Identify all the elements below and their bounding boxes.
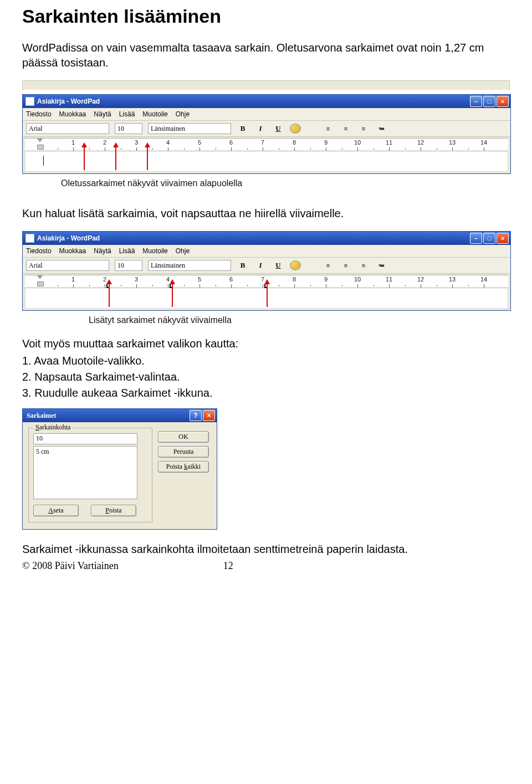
- font-size-select[interactable]: [115, 123, 142, 134]
- bold-button[interactable]: B: [237, 123, 249, 134]
- align-left-button[interactable]: ≡: [322, 123, 334, 134]
- tab-position-input[interactable]: [33, 433, 137, 444]
- ruler-number: 1: [71, 139, 75, 146]
- underline-button[interactable]: U: [272, 123, 284, 134]
- tab-position-group-label: SSarkainkohtaarkainkohta: [33, 423, 73, 432]
- wordpad-window-added-tabs: Asiakirja - WordPad – □ × Tiedosto Muokk…: [22, 231, 511, 311]
- menu-muokkaa[interactable]: Muokkaa: [59, 110, 86, 118]
- menu-tiedosto[interactable]: Tiedosto: [26, 110, 52, 118]
- align-right-button[interactable]: ≡: [357, 260, 370, 271]
- ruler-number: 2: [103, 139, 106, 146]
- font-script-select[interactable]: [148, 260, 231, 271]
- caption-default-tabs: Oletussarkaimet näkyvät viivaimen alapuo…: [61, 178, 510, 188]
- wordpad-titlebar: Asiakirja - WordPad – □ ×: [23, 95, 510, 108]
- ruler-number: 13: [449, 276, 456, 283]
- callout-arrow-icon: [115, 147, 116, 170]
- ruler-number: 9: [324, 139, 328, 146]
- tab-stop-icon[interactable]: [263, 284, 267, 288]
- callout-arrow-icon: [172, 284, 173, 307]
- ruler-number: 6: [229, 139, 233, 146]
- remove-tab-button[interactable]: PPoistaoista: [91, 505, 136, 516]
- ruler-number: 4: [166, 139, 170, 146]
- wordpad-ruler[interactable]: 1234567891011121314: [25, 138, 508, 151]
- align-left-button[interactable]: ≡: [322, 260, 334, 271]
- ruler-number: 5: [198, 276, 201, 283]
- italic-button[interactable]: I: [254, 260, 267, 271]
- wordpad-format-toolbar: B I U ≡ ≡ ≡ ≔: [23, 258, 510, 274]
- menu-ohje[interactable]: Ohje: [176, 247, 190, 255]
- wordpad-format-toolbar: B I U ≡ ≡ ≡ ≔: [23, 121, 510, 137]
- tabs-dialog-titlebar: Sarkaimet ? ×: [23, 409, 217, 422]
- bold-button[interactable]: B: [237, 260, 249, 271]
- callout-arrow-icon: [267, 284, 268, 307]
- tabs-dialog-title: Sarkaimet: [24, 412, 56, 420]
- step-3: 3. Ruudulle aukeaa Sarkaimet -ikkuna.: [22, 386, 510, 401]
- step-1: 1. Avaa Muotoile-valikko.: [22, 353, 510, 368]
- callout-arrow-icon: [109, 284, 110, 307]
- list-item[interactable]: 5 cm: [36, 448, 135, 456]
- font-size-select[interactable]: [115, 260, 142, 271]
- clear-all-button[interactable]: Poista kaikkiPoista kaikki: [158, 461, 209, 473]
- footer-copyright: © 2008 Päivi Vartiainen: [22, 560, 119, 571]
- ruler-number: 7: [261, 139, 264, 146]
- menu-lisaa[interactable]: Lisää: [119, 110, 135, 118]
- align-center-button[interactable]: ≡: [340, 123, 352, 134]
- window-maximize-button[interactable]: □: [483, 96, 495, 107]
- tab-position-group: SSarkainkohtaarkainkohta 5 cm AAsetaseta…: [28, 428, 152, 522]
- underline-button[interactable]: U: [272, 260, 284, 271]
- menu-nayta[interactable]: Näytä: [94, 247, 111, 255]
- align-right-button[interactable]: ≡: [357, 123, 370, 134]
- wordpad-document-area[interactable]: [25, 288, 508, 309]
- text-cursor-icon: [43, 156, 44, 166]
- window-minimize-button[interactable]: –: [470, 96, 482, 107]
- window-close-button[interactable]: ×: [497, 233, 509, 244]
- menu-nayta[interactable]: Näytä: [94, 110, 111, 118]
- ruler-number: 14: [480, 276, 487, 283]
- footer-page-number: 12: [223, 560, 233, 571]
- menu-tiedosto[interactable]: Tiedosto: [26, 247, 52, 255]
- font-script-select[interactable]: [148, 123, 231, 134]
- wordpad-frame-top: [22, 80, 510, 90]
- set-tab-button[interactable]: AAsetaseta: [33, 505, 79, 516]
- wordpad-title-text: Asiakirja - WordPad: [37, 98, 100, 105]
- ruler-number: 12: [417, 276, 424, 283]
- window-close-button[interactable]: ×: [497, 96, 509, 107]
- tab-stop-icon[interactable]: [105, 284, 109, 288]
- window-maximize-button[interactable]: □: [483, 233, 495, 244]
- intro-paragraph: WordPadissa on vain vasemmalta tasaava s…: [22, 40, 510, 70]
- dialog-help-button[interactable]: ?: [190, 410, 202, 421]
- ruler-number: 6: [229, 276, 233, 283]
- menu-muokkaa[interactable]: Muokkaa: [59, 247, 86, 255]
- wordpad-document-area[interactable]: [25, 151, 508, 172]
- italic-button[interactable]: I: [254, 123, 267, 134]
- page-footer: © 2008 Päivi Vartiainen 12: [22, 560, 510, 572]
- dialog-close-button[interactable]: ×: [203, 410, 215, 421]
- ok-button[interactable]: OK: [158, 431, 209, 443]
- font-name-select[interactable]: [26, 123, 109, 134]
- bullets-button[interactable]: ≔: [375, 260, 387, 271]
- wordpad-menubar: Tiedosto Muokkaa Näytä Lisää Muotoile Oh…: [23, 108, 510, 121]
- page-heading: Sarkainten lisääminen: [22, 6, 510, 27]
- font-color-button[interactable]: [290, 124, 301, 134]
- wordpad-title-text: Asiakirja - WordPad: [37, 234, 100, 242]
- ruler-number: 3: [135, 276, 138, 283]
- menu-muotoile[interactable]: Muotoile: [142, 110, 167, 118]
- tab-stop-icon[interactable]: [168, 284, 172, 288]
- wordpad-window-default-tabs: Asiakirja - WordPad – □ × Tiedosto Muokk…: [22, 94, 511, 174]
- ruler-number: 3: [135, 139, 138, 146]
- ruler-number: 9: [324, 276, 328, 283]
- tab-position-listbox[interactable]: 5 cm: [33, 446, 137, 499]
- font-color-button[interactable]: [290, 260, 301, 270]
- callout-arrow-icon: [84, 147, 85, 170]
- align-center-button[interactable]: ≡: [340, 260, 352, 271]
- menu-lisaa[interactable]: Lisää: [119, 247, 135, 255]
- wordpad-titlebar: Asiakirja - WordPad – □ ×: [23, 232, 510, 245]
- ruler-number: 8: [293, 276, 296, 283]
- menu-ohje[interactable]: Ohje: [176, 110, 190, 118]
- font-name-select[interactable]: [26, 260, 109, 271]
- window-minimize-button[interactable]: –: [470, 233, 482, 244]
- ruler-number: 8: [293, 139, 296, 146]
- menu-muotoile[interactable]: Muotoile: [142, 247, 167, 255]
- cancel-button[interactable]: Peruuta: [158, 446, 209, 458]
- bullets-button[interactable]: ≔: [375, 123, 387, 134]
